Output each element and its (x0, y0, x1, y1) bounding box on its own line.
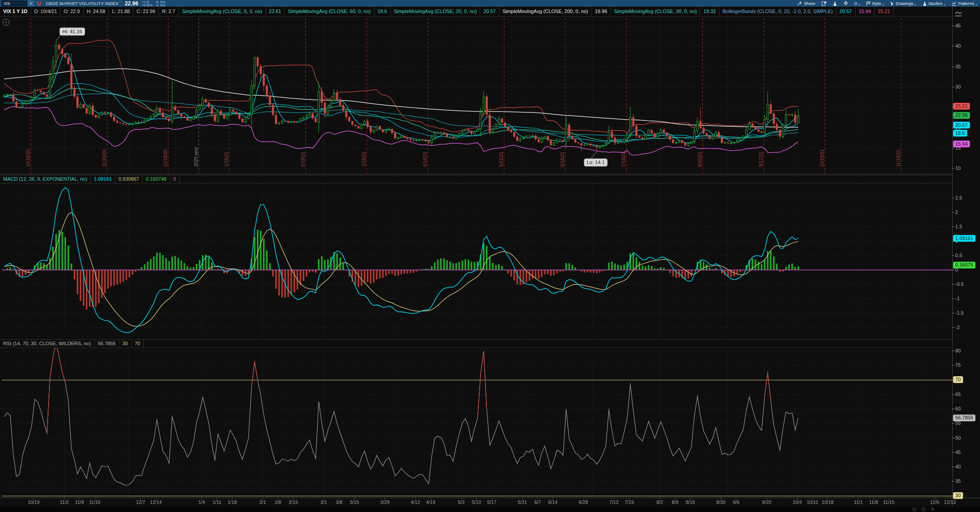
macd-study-value: 0.160748 (143, 175, 170, 183)
symbol-input[interactable]: VIX (1, 0, 27, 6)
studies-button[interactable]: Studies ▾ (919, 0, 949, 7)
symbol-text: VIX (4, 1, 10, 6)
note-badge-icon (821, 1, 826, 6)
bid-ask-block: B: N/A A: N/A (156, 0, 165, 7)
chevron-down-icon: ▾ (976, 3, 977, 6)
chart-header-row: VIX 1 Y 1D D: 10/4/21O: 22.9H: 24.58L: 2… (0, 7, 952, 17)
share-icon (797, 1, 803, 6)
ask-value: A: N/A (156, 4, 165, 7)
study-label[interactable]: SimpleMovingAvg (CLOSE, 60, 0, no) (285, 7, 374, 16)
style-flag-icon (866, 1, 870, 6)
study-label[interactable]: SimpleMovingAvg (CLOSE, 5, 0, no) (179, 7, 265, 16)
macd-study-value: 0 (170, 175, 180, 183)
macd-header-row[interactable]: MACD (12, 26, 9, EXPONENTIAL, no)1.09161… (0, 175, 952, 183)
rsi-header-row[interactable]: RSI (14, 70, 30, CLOSE, WILDERS, no)56.7… (0, 339, 952, 348)
rsi-study-value: 30 (119, 340, 131, 347)
last-price: 22.96 (125, 0, 138, 7)
price-change-block: +1.81 +8.56% (142, 0, 153, 7)
style-button[interactable]: Style ▾ (863, 0, 887, 7)
symbol-dropdown-button[interactable]: ▾ (28, 0, 34, 6)
study-value: 18.6 (375, 7, 391, 16)
macd-study[interactable]: MACD (12, 26, 9, EXPONENTIAL, no) (0, 175, 91, 183)
notification-button[interactable] (818, 0, 830, 7)
settings-button[interactable]: ⚙ (840, 0, 851, 7)
patterns-button[interactable]: Patterns ▾ (949, 0, 980, 7)
ohlc-field: O: 22.9 (61, 7, 84, 16)
style-label: Style (872, 1, 881, 6)
studies-label: Studies (928, 1, 943, 6)
link-channel-icon[interactable] (37, 1, 41, 6)
patterns-icon (952, 1, 957, 6)
quick-study-button[interactable] (830, 0, 840, 7)
flask-icon (833, 1, 837, 6)
study-value: 20.57 (480, 7, 499, 16)
chevron-down-icon: ▾ (915, 3, 916, 6)
study-label[interactable]: SimpleMovingAvg (CLOSE, 30, 0, no) (611, 7, 700, 16)
chevron-down-icon: ▾ (883, 3, 884, 6)
company-name: CBOE MARKET VOLATILITY INDEX (46, 1, 119, 6)
ohlc-field: R: 2.7 (159, 7, 179, 16)
change-percent: +8.56% (142, 4, 153, 7)
rsi-study[interactable]: RSI (14, 70, 30, CLOSE, WILDERS, no) (0, 340, 95, 347)
thinkorswim-chart-window: { "toolbar": { "symbol": "VIX", "company… (0, 0, 980, 512)
ohlc-field: H: 24.58 (84, 7, 109, 16)
study-value: 22.61 (266, 7, 285, 16)
change-value: +1.81 (142, 0, 153, 4)
study-label[interactable]: BollingerBands (CLOSE, 0, 20, -2.0, 2.0,… (720, 7, 836, 16)
study-label[interactable]: SimpleMovingAvg (CLOSE, 20, 0, no) (391, 7, 480, 16)
share-button[interactable]: Share (794, 0, 818, 7)
info-icon[interactable]: i (3, 19, 9, 26)
timeframe-label: D (854, 1, 857, 6)
chart-canvas[interactable] (0, 0, 980, 512)
macd-study-value: 1.09161 (91, 175, 115, 183)
rsi-study-value: 56.7856 (95, 340, 119, 347)
study-value: 15.94 (856, 7, 875, 16)
study-value: 19.32 (700, 7, 720, 16)
chart-title: VIX 1 Y 1D (0, 7, 31, 16)
macd-study-value: 0.930867 (115, 175, 143, 183)
study-value: 19.96 (592, 7, 611, 16)
toolbar-right-tools: Share ⚙ D ▾ Style ▾ Drawings ▾ Studies ▾ (794, 0, 980, 7)
chevron-down-icon: ▾ (859, 3, 860, 6)
ohlc-field: D: 10/4/21 (31, 7, 61, 16)
gear-icon: ⚙ (843, 0, 848, 6)
study-value: 25.21 (874, 7, 894, 16)
study-value: 20.57 (836, 7, 856, 16)
share-label: Share (804, 1, 815, 6)
ohlc-field: C: 22.96 (133, 7, 159, 16)
bid-value: B: N/A (156, 0, 165, 4)
study-label[interactable]: SimpleMovingAvg (CLOSE, 200, 0, no) (499, 7, 592, 16)
top-toolbar: VIX ▾ CBOE MARKET VOLATILITY INDEX 22.96… (0, 0, 980, 7)
ohlc-field: L: 21.88 (109, 7, 133, 16)
drawings-button[interactable]: Drawings ▾ (887, 0, 919, 7)
chevron-down-icon: ▾ (30, 2, 32, 5)
patterns-label: Patterns (958, 1, 974, 6)
timeframe-button[interactable]: D ▾ (851, 0, 863, 7)
cursor-icon (890, 1, 894, 6)
flask-icon (923, 1, 927, 6)
rsi-study-value: 70 (132, 340, 144, 347)
chevron-down-icon: ▾ (944, 3, 945, 6)
drawings-label: Drawings (896, 1, 914, 6)
